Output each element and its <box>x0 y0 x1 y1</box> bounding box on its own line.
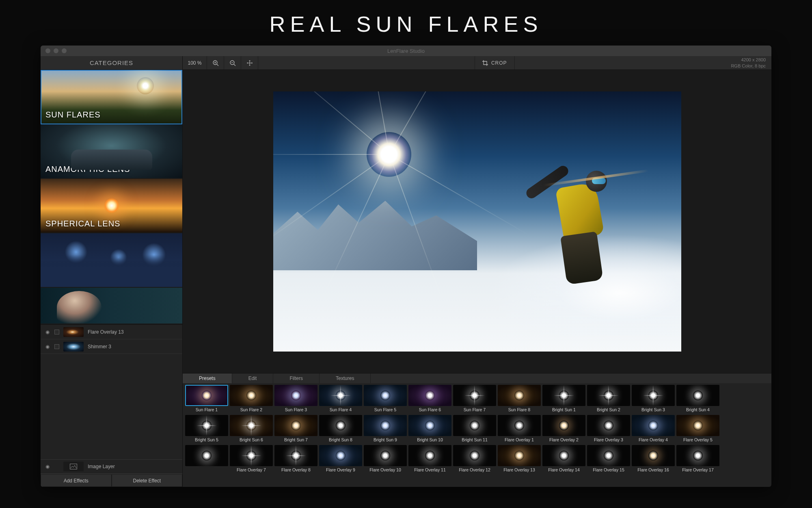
preset-item[interactable]: Bright Sun 4 <box>676 385 719 414</box>
preset-item[interactable]: Bright Sun 1 <box>542 385 585 414</box>
preset-thumbnail <box>676 415 719 436</box>
image-layer-label: Image Layer <box>88 464 115 469</box>
preset-label: Flare Overlay 16 <box>632 466 675 474</box>
preset-thumbnail <box>408 415 451 436</box>
category-elements[interactable]: ELEMENTS <box>41 233 182 288</box>
preset-item[interactable]: Bright Sun 10 <box>408 415 451 444</box>
layer-name: Flare Overlay 13 <box>88 329 124 335</box>
preset-item[interactable]: Bright Sun 3 <box>632 385 675 414</box>
preset-item[interactable]: Flare Overlay 5 <box>676 415 719 444</box>
preset-item[interactable]: Sun Flare 1 <box>185 385 228 414</box>
preset-item[interactable]: Flare Overlay 4 <box>632 415 675 444</box>
category-label: SUN FLARES <box>45 110 101 119</box>
preset-thumbnail <box>274 415 317 436</box>
preset-thumbnail <box>185 415 228 436</box>
preset-item[interactable]: Flare Overlay 12 <box>453 445 496 474</box>
preset-item[interactable]: Flare Overlay 3 <box>587 415 630 444</box>
visibility-icon[interactable]: ◉ <box>45 329 50 335</box>
preset-thumbnail <box>274 445 317 466</box>
preset-label: Sun Flare 1 <box>185 406 228 414</box>
preset-item[interactable]: Bright Sun 11 <box>453 415 496 444</box>
layer-footer: Add Effects Delete Effect <box>41 474 182 487</box>
preset-label: Flare Overlay 7 <box>230 466 273 474</box>
preset-label: Flare Overlay 10 <box>364 466 407 474</box>
presets-grid: Sun Flare 1Sun Flare 2Sun Flare 3Sun Fla… <box>183 383 771 487</box>
preset-item[interactable]: Bright Sun 9 <box>364 415 407 444</box>
preset-item[interactable] <box>185 445 228 474</box>
preset-item[interactable]: Bright Sun 2 <box>587 385 630 414</box>
category-anamorphic-lens[interactable]: ANAMORPHIC LENS <box>41 124 182 179</box>
preset-thumbnail <box>587 445 630 466</box>
preset-thumbnail <box>632 385 675 406</box>
category-spherical-lens[interactable]: SPHERICAL LENS <box>41 179 182 233</box>
svg-line-2 <box>217 64 218 66</box>
preset-item[interactable]: Sun Flare 6 <box>408 385 451 414</box>
layer-checkbox[interactable] <box>54 330 59 334</box>
zoom-out-button[interactable] <box>224 56 241 69</box>
preset-item[interactable]: Bright Sun 6 <box>230 415 273 444</box>
layer-row[interactable]: ◉ Shimmer 3 <box>41 339 182 354</box>
preset-item[interactable]: Bright Sun 7 <box>274 415 317 444</box>
preset-item[interactable]: Sun Flare 5 <box>364 385 407 414</box>
pan-icon <box>246 60 253 66</box>
tab-presets[interactable]: Presets <box>183 373 232 383</box>
preset-thumbnail <box>587 415 630 436</box>
preset-item[interactable]: Flare Overlay 14 <box>542 445 585 474</box>
preset-item[interactable]: Flare Overlay 9 <box>319 445 362 474</box>
preset-label: Flare Overlay 12 <box>453 466 496 474</box>
preset-item[interactable]: Flare Overlay 7 <box>230 445 273 474</box>
preset-item[interactable]: Flare Overlay 2 <box>542 415 585 444</box>
preset-item[interactable]: Bright Sun 5 <box>185 415 228 444</box>
category-sun-flares[interactable]: SUN FLARES <box>41 70 182 124</box>
category-item[interactable] <box>41 288 182 324</box>
zoom-value[interactable]: 100 % <box>183 56 207 69</box>
preset-item[interactable]: Flare Overlay 11 <box>408 445 451 474</box>
preset-thumbnail <box>185 445 228 466</box>
hero-title: REAL SUN FLARES <box>0 0 812 46</box>
visibility-icon[interactable]: ◉ <box>45 344 50 350</box>
preset-label: Bright Sun 3 <box>632 406 675 414</box>
preset-label: Bright Sun 4 <box>676 406 719 414</box>
sun-flare-overlay[interactable] <box>367 132 411 177</box>
preset-item[interactable]: Sun Flare 4 <box>319 385 362 414</box>
preset-item[interactable]: Sun Flare 2 <box>230 385 273 414</box>
preset-label: Sun Flare 5 <box>364 406 407 414</box>
image-layer-row[interactable]: ◉ Image Layer <box>41 459 182 474</box>
preset-label: Flare Overlay 15 <box>587 466 630 474</box>
preset-thumbnail <box>230 385 273 406</box>
zoom-in-icon <box>212 60 219 66</box>
preset-label: Sun Flare 4 <box>319 406 362 414</box>
crop-button[interactable]: CROP <box>475 56 515 69</box>
pan-button[interactable] <box>241 56 258 69</box>
preset-label: Bright Sun 9 <box>364 436 407 444</box>
preset-item[interactable]: Flare Overlay 15 <box>587 445 630 474</box>
add-effects-button[interactable]: Add Effects <box>41 474 112 487</box>
tab-textures[interactable]: Textures <box>320 373 371 383</box>
preset-item[interactable]: Bright Sun 8 <box>319 415 362 444</box>
preset-label: Flare Overlay 3 <box>587 436 630 444</box>
preset-item[interactable]: Sun Flare 3 <box>274 385 317 414</box>
tab-filters[interactable]: Filters <box>273 373 320 383</box>
canvas-area[interactable] <box>183 70 771 373</box>
preset-item[interactable]: Flare Overlay 8 <box>274 445 317 474</box>
preset-label: Bright Sun 6 <box>230 436 273 444</box>
layer-row[interactable]: ◉ Flare Overlay 13 <box>41 325 182 339</box>
layer-checkbox[interactable] <box>54 344 59 349</box>
delete-effect-button[interactable]: Delete Effect <box>112 474 183 487</box>
preset-item[interactable]: Sun Flare 7 <box>453 385 496 414</box>
visibility-icon[interactable]: ◉ <box>45 464 50 469</box>
preset-item[interactable]: Flare Overlay 10 <box>364 445 407 474</box>
canvas-image[interactable] <box>273 91 681 352</box>
preset-thumbnail <box>498 385 541 406</box>
preset-item[interactable]: Flare Overlay 17 <box>676 445 719 474</box>
preset-item[interactable]: Flare Overlay 16 <box>632 445 675 474</box>
sidebar-header: CATEGORIES <box>41 56 182 70</box>
preset-item[interactable]: Flare Overlay 1 <box>498 415 541 444</box>
preset-item[interactable]: Flare Overlay 13 <box>498 445 541 474</box>
zoom-in-button[interactable] <box>207 56 224 69</box>
preset-label: Sun Flare 7 <box>453 406 496 414</box>
preset-thumbnail <box>632 445 675 466</box>
tab-edit[interactable]: Edit <box>232 373 274 383</box>
preset-thumbnail <box>632 415 675 436</box>
preset-item[interactable]: Sun Flare 8 <box>498 385 541 414</box>
